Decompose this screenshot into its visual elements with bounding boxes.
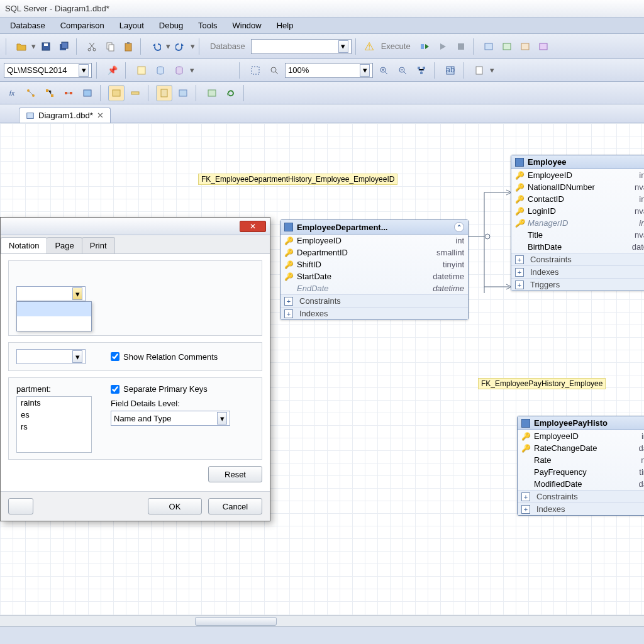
- tab-page[interactable]: Page: [47, 237, 82, 253]
- refresh-button[interactable]: [223, 85, 239, 101]
- db-icon-button[interactable]: [152, 62, 169, 79]
- ok-button[interactable]: OK: [148, 498, 202, 514]
- expand-icon[interactable]: +: [521, 505, 530, 514]
- tool-btn-4[interactable]: [535, 38, 552, 55]
- relation-btn-1[interactable]: [23, 85, 39, 101]
- document-tab[interactable]: Diagram1.dbd* ✕: [19, 108, 111, 123]
- entity-employeepayhistory[interactable]: EmployeePayHisto 🔑EmployeeIDin 🔑RateChan…: [517, 416, 644, 516]
- expand-icon[interactable]: +: [515, 255, 524, 264]
- group-constraints[interactable]: +Constraints: [518, 490, 644, 502]
- entity-header[interactable]: EmployeeDepartment... ⌃: [280, 220, 468, 235]
- cut-button[interactable]: [84, 38, 100, 55]
- zoom-fit-button[interactable]: [266, 62, 282, 79]
- key-icon: 🔑: [515, 195, 524, 204]
- layout-button[interactable]: [413, 62, 430, 79]
- save-all-button[interactable]: [56, 38, 72, 55]
- diagram-options-button[interactable]: ab: [442, 62, 458, 79]
- cancel-button[interactable]: Cancel: [208, 498, 262, 514]
- diagram-toolbar: fx: [0, 82, 644, 104]
- group-indexes[interactable]: +Indexes: [280, 307, 468, 319]
- expand-icon[interactable]: +: [284, 297, 293, 306]
- field-level-select[interactable]: Name and Type▾: [111, 411, 230, 426]
- key-icon: 🔑: [284, 248, 293, 257]
- dialog-titlebar[interactable]: ✕: [1, 218, 270, 235]
- play-button[interactable]: [435, 38, 451, 55]
- secondary-select[interactable]: ▾: [16, 349, 86, 364]
- menu-tools[interactable]: Tools: [191, 19, 225, 32]
- copy-button[interactable]: [102, 38, 118, 55]
- expand-icon[interactable]: +: [515, 280, 524, 289]
- new-table-button[interactable]: [108, 85, 125, 101]
- table-icon: [515, 158, 524, 167]
- stamp-button[interactable]: [175, 85, 191, 101]
- redo-button[interactable]: [172, 38, 189, 55]
- group-indexes[interactable]: +Indexes: [518, 502, 644, 515]
- fx-button[interactable]: fx: [4, 85, 20, 101]
- close-tab-icon[interactable]: ✕: [97, 111, 104, 120]
- horizontal-scrollbar[interactable]: [0, 615, 644, 626]
- notation-select[interactable]: ▾: [16, 286, 86, 301]
- tool-btn-2[interactable]: [499, 38, 515, 55]
- separate-pk-checkbox[interactable]: Separate Primary Keys: [111, 384, 230, 394]
- close-icon[interactable]: ✕: [240, 221, 266, 232]
- zoom-in-button[interactable]: [375, 62, 392, 79]
- undo-button[interactable]: [148, 38, 164, 55]
- database-combo[interactable]: ▾: [251, 39, 352, 54]
- entity-employeedepartment[interactable]: EmployeeDepartment... ⌃ 🔑EmployeeIDint 🔑…: [280, 219, 469, 320]
- expand-icon[interactable]: +: [284, 309, 293, 318]
- group-constraints[interactable]: +Constraints: [511, 253, 644, 265]
- stop-button[interactable]: [453, 38, 469, 55]
- list-item[interactable]: raints: [17, 397, 91, 409]
- zoom-combo[interactable]: 100% ▾: [285, 63, 373, 78]
- help-button[interactable]: [8, 498, 33, 514]
- connection-combo[interactable]: QL\MSSQL2014 ▾: [4, 63, 92, 78]
- menu-help[interactable]: Help: [269, 19, 301, 32]
- dropdown-item[interactable]: [17, 316, 91, 331]
- show-relation-checkbox[interactable]: Show Relation Comments: [111, 349, 218, 364]
- svg-rect-37: [131, 92, 139, 94]
- collapse-icon[interactable]: ⌃: [454, 222, 464, 232]
- edit-button[interactable]: [133, 62, 150, 79]
- group-triggers[interactable]: +Triggers: [511, 278, 644, 291]
- export-button[interactable]: [471, 62, 487, 79]
- pin-button[interactable]: 📌: [104, 62, 121, 79]
- note-button[interactable]: [156, 85, 172, 101]
- menu-window[interactable]: Window: [225, 19, 269, 32]
- list-item[interactable]: rs: [17, 421, 91, 433]
- container-button[interactable]: [79, 85, 96, 101]
- tab-print[interactable]: Print: [82, 237, 115, 253]
- tab-notation[interactable]: Notation: [1, 237, 47, 253]
- fk-label-2: FK_EmployeePayHistory_Employee: [478, 378, 606, 389]
- relation-btn-3[interactable]: [60, 85, 77, 101]
- tool-btn-3[interactable]: [517, 38, 533, 55]
- relation-btn-2[interactable]: [42, 85, 58, 101]
- menu-layout[interactable]: Layout: [112, 19, 152, 32]
- dropdown-item[interactable]: [17, 302, 91, 316]
- expand-icon[interactable]: +: [521, 492, 530, 501]
- expand-icon[interactable]: +: [515, 268, 524, 277]
- save-button[interactable]: [38, 38, 54, 55]
- menu-comparison[interactable]: Comparison: [53, 19, 112, 32]
- fit-button[interactable]: [247, 62, 264, 79]
- paste-button[interactable]: [120, 38, 136, 55]
- entity-employee[interactable]: Employee 🔑EmployeeIDint 🔑NationalIDNumbe…: [511, 155, 644, 291]
- db-icon2-button[interactable]: [171, 62, 187, 79]
- zoom-out-button[interactable]: [394, 62, 411, 79]
- svg-rect-3: [62, 42, 68, 48]
- group-indexes[interactable]: +Indexes: [511, 265, 644, 278]
- execute-label[interactable]: Execute: [377, 42, 414, 51]
- group-constraints[interactable]: +Constraints: [280, 294, 468, 307]
- menu-database[interactable]: Database: [3, 19, 53, 32]
- svg-rect-38: [161, 89, 167, 97]
- new-relation-button[interactable]: [127, 85, 143, 101]
- reset-button[interactable]: Reset: [208, 466, 262, 482]
- document-tabstrip: Diagram1.dbd* ✕: [0, 104, 644, 123]
- scrollbar-thumb[interactable]: [195, 617, 277, 626]
- execute-step-button[interactable]: [416, 38, 433, 55]
- menu-debug[interactable]: Debug: [152, 19, 191, 32]
- list-item[interactable]: es: [17, 409, 91, 421]
- svg-rect-31: [46, 89, 48, 92]
- open-button[interactable]: [13, 38, 30, 55]
- image-button[interactable]: [204, 85, 220, 101]
- tool-btn-1[interactable]: [480, 38, 497, 55]
